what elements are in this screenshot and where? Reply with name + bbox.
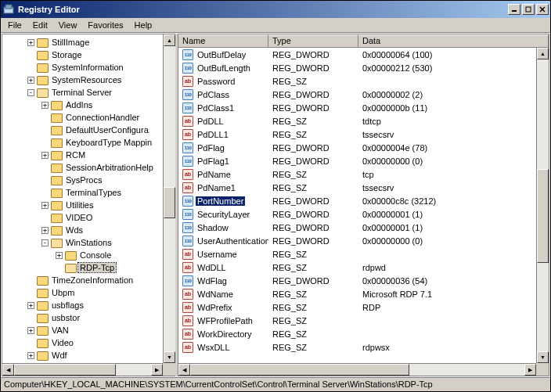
list-row[interactable]: PdClass1REG_DWORD0x0000000b (11)	[178, 101, 549, 114]
list-row[interactable]: WsxDLLREG_SZrdpwsx	[178, 340, 549, 354]
list-row[interactable]: PdDLL1REG_SZtssecsrv	[178, 128, 549, 141]
list-row[interactable]: UsernameREG_SZ	[178, 247, 549, 261]
tree-node[interactable]: -Terminal Server	[4, 86, 174, 99]
list-row[interactable]: PdFlag1REG_DWORD0x00000000 (0)	[178, 154, 549, 167]
expand-toggle-icon[interactable]: +	[27, 352, 34, 359]
list-row[interactable]: PdDLLREG_SZtdtcp	[178, 114, 549, 128]
list-row[interactable]: PdName1REG_SZtssecsrv	[178, 181, 549, 194]
folder-icon	[51, 125, 62, 135]
column-header-name[interactable]: Name	[178, 34, 268, 47]
folder-icon	[51, 163, 62, 172]
expand-toggle-icon[interactable]: +	[27, 302, 34, 309]
tree-node[interactable]: Video	[4, 336, 174, 349]
tree-node[interactable]: SessionArbitrationHelp	[4, 161, 174, 174]
scroll-right-icon[interactable]: ▶	[524, 364, 536, 376]
expand-toggle-icon[interactable]: -	[41, 239, 49, 246]
tree-node[interactable]: +VAN	[4, 324, 174, 336]
list-row[interactable]: PdNameREG_SZtcp	[178, 167, 549, 181]
list-horizontal-scrollbar[interactable]: ◀ ▶	[178, 363, 536, 376]
tree-node[interactable]: KeyboardType Mappin	[4, 136, 174, 149]
maximize-button[interactable]	[522, 4, 535, 15]
scroll-up-icon[interactable]: ▲	[164, 34, 175, 46]
list-row[interactable]: ShadowREG_DWORD0x00000001 (1)	[178, 221, 549, 234]
value-type: REG_SZ	[268, 130, 358, 139]
tree-node[interactable]: DefaultUserConfigura	[4, 124, 174, 136]
tree-node[interactable]: +Wds	[4, 224, 174, 236]
list-row[interactable]: WdPrefixREG_SZRDP	[178, 300, 549, 314]
tree-node[interactable]: ConnectionHandler	[4, 111, 174, 124]
tree-node[interactable]: SystemInformation	[4, 61, 174, 74]
tree-node[interactable]: Storage	[4, 49, 174, 61]
tree-node[interactable]: TimeZoneInformation	[4, 274, 174, 286]
menu-file[interactable]: File	[2, 19, 27, 31]
menu-favorites[interactable]: Favorites	[82, 19, 128, 31]
tree-node[interactable]: Ubpm	[4, 286, 174, 299]
menu-edit[interactable]: Edit	[27, 19, 53, 31]
expand-toggle-icon[interactable]: +	[41, 102, 49, 109]
tree-node[interactable]: TerminalTypes	[4, 186, 174, 199]
value-type: REG_DWORD	[268, 143, 358, 153]
tree-node[interactable]: +Wdf	[4, 349, 174, 361]
menu-help[interactable]: Help	[129, 19, 158, 31]
window-title: Registry Editor	[18, 5, 506, 14]
value-list[interactable]: Name Type Data OutBufDelayREG_DWORD0x000…	[178, 34, 549, 376]
list-row[interactable]: SecurityLayerREG_DWORD0x00000001 (1)	[178, 207, 549, 221]
list-row[interactable]: PdFlagREG_DWORD0x0000004e (78)	[178, 141, 549, 154]
expand-toggle-icon[interactable]: +	[41, 152, 49, 159]
expand-toggle-icon[interactable]: +	[41, 227, 49, 234]
value-name: WdName	[196, 290, 235, 299]
scroll-left-icon[interactable]: ◀	[178, 364, 190, 376]
list-row[interactable]: WdFlagREG_DWORD0x00000036 (54)	[178, 274, 549, 287]
expand-toggle-icon[interactable]: -	[27, 89, 34, 96]
tree-node[interactable]: +usbflags	[4, 299, 174, 311]
key-tree[interactable]: +StillImageStorageSystemInformation+Syst…	[2, 34, 175, 376]
list-row[interactable]: OutBufLengthREG_DWORD0x00000212 (530)	[178, 61, 549, 74]
menu-view[interactable]: View	[53, 19, 83, 31]
tree-node[interactable]: VIDEO	[4, 211, 174, 224]
list-row[interactable]: OutBufDelayREG_DWORD0x00000064 (100)	[178, 48, 549, 61]
tree-node[interactable]: +SystemResources	[4, 74, 174, 86]
tree-node[interactable]: usbstor	[4, 311, 174, 324]
tree-node[interactable]: +StillImage	[4, 36, 174, 49]
scroll-left-icon[interactable]: ◀	[2, 364, 14, 376]
list-row[interactable]: PasswordREG_SZ	[178, 74, 549, 88]
scroll-right-icon[interactable]: ▶	[151, 364, 163, 376]
tree-label: WinStations	[64, 238, 113, 247]
list-vertical-scrollbar[interactable]: ▲ ▼	[536, 48, 549, 363]
scroll-down-icon[interactable]: ▼	[164, 351, 175, 363]
tree-node[interactable]: RDP-Tcp	[4, 261, 174, 274]
list-row[interactable]: UserAuthenticationREG_DWORD0x00000000 (0…	[178, 234, 549, 247]
value-type: REG_SZ	[268, 316, 358, 325]
column-header-type[interactable]: Type	[268, 34, 358, 47]
tree-node[interactable]: -WinStations	[4, 236, 174, 249]
expand-toggle-icon[interactable]: +	[27, 327, 34, 334]
tree-node[interactable]: +Console	[4, 249, 174, 261]
minimize-button[interactable]	[508, 4, 520, 15]
list-row[interactable]: WdDLLREG_SZrdpwd	[178, 261, 549, 274]
scroll-up-icon[interactable]: ▲	[537, 48, 549, 59]
tree-label: usbstor	[50, 313, 81, 322]
expand-toggle-icon[interactable]: +	[27, 77, 34, 84]
binary-value-icon	[182, 63, 193, 74]
list-row[interactable]: WorkDirectoryREG_SZ	[178, 327, 549, 340]
list-row[interactable]: WdNameREG_SZMicrosoft RDP 7.1	[178, 287, 549, 300]
list-row[interactable]: WFProfilePathREG_SZ	[178, 314, 549, 327]
tree-node[interactable]: SysProcs	[4, 174, 174, 186]
expand-toggle-icon[interactable]: +	[56, 252, 63, 259]
folder-icon	[51, 138, 62, 147]
tree-node[interactable]: +Utilities	[4, 199, 174, 211]
binary-value-icon	[182, 156, 193, 167]
column-header-data[interactable]: Data	[358, 34, 549, 47]
expand-toggle-icon[interactable]: +	[27, 39, 34, 46]
scroll-down-icon[interactable]: ▼	[537, 351, 549, 363]
list-row[interactable]: PdClassREG_DWORD0x00000002 (2)	[178, 88, 549, 101]
tree-vertical-scrollbar[interactable]: ▲ ▼	[163, 34, 175, 363]
tree-node[interactable]: +AddIns	[4, 99, 174, 111]
tree-horizontal-scrollbar[interactable]: ◀ ▶	[2, 363, 163, 376]
tree-node[interactable]: +RCM	[4, 149, 174, 161]
expand-toggle-icon[interactable]: +	[41, 202, 49, 209]
app-icon	[2, 3, 15, 16]
close-button[interactable]	[536, 4, 549, 15]
folder-icon	[37, 325, 48, 335]
list-row[interactable]: PortNumberREG_DWORD0x00000c8c (3212)	[178, 194, 549, 207]
